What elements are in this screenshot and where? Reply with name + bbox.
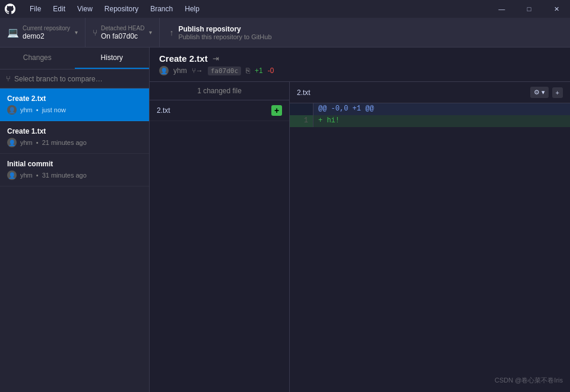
- publish-subtitle: Publish this repository to GitHub: [178, 33, 271, 40]
- commit-author-2: yhm: [20, 172, 33, 179]
- repo-chevron-icon: ▾: [75, 29, 78, 36]
- main-layout: Changes History ⑂ Select branch to compa…: [0, 48, 570, 392]
- commit-title-2: Initial commit: [7, 160, 142, 168]
- menu-edit[interactable]: Edit: [48, 4, 70, 14]
- github-logo-icon: [5, 4, 15, 14]
- close-button[interactable]: ✕: [543, 0, 570, 18]
- branch-icon: ⑂: [93, 28, 97, 37]
- commit-detail-author: yhm: [173, 67, 187, 75]
- diff-content: @@ -0,0 +1 @@ 1 + hi!: [290, 103, 570, 392]
- branch-compare-select[interactable]: ⑂ Select branch to compare…: [0, 69, 149, 88]
- titlebar: File Edit View Repository Branch Help — …: [0, 0, 570, 18]
- menu-file[interactable]: File: [25, 4, 46, 14]
- commit-item-2[interactable]: Initial commit 👤 yhm • 31 minutes ago: [0, 154, 149, 186]
- maximize-button[interactable]: □: [515, 0, 543, 18]
- diff-panel-header: 2.txt ⚙ ▾ +: [290, 82, 570, 103]
- commit-item-1[interactable]: Create 1.txt 👤 yhm • 21 minutes ago: [0, 121, 149, 154]
- diff-line-content-hunk: @@ -0,0 +1 @@: [314, 103, 570, 115]
- avatar-2: 👤: [7, 170, 17, 180]
- settings-chevron-icon: ▾: [542, 88, 545, 96]
- publish-button[interactable]: ↑ Publish repository Publish this reposi…: [160, 18, 281, 47]
- repo-icon: 💻: [7, 27, 19, 38]
- diff-panel: 2.txt ⚙ ▾ + @@ -0,0 +1 @@: [290, 82, 570, 392]
- minimize-button[interactable]: —: [488, 0, 515, 18]
- watermark: CSDN @卷心菜不卷Iris: [495, 376, 563, 385]
- branch-info: Detached HEAD On fa07d0c: [101, 25, 144, 40]
- commit-header-info: Create 2.txt ⇥ 👤 yhm ⑂→ fa07d0c ⎘ +1 -0: [159, 53, 560, 75]
- commit-header: Create 2.txt ⇥ 👤 yhm ⑂→ fa07d0c ⎘ +1 -0: [150, 48, 570, 82]
- repo-name: demo2: [23, 32, 70, 40]
- diff-filename: 2.txt: [297, 88, 311, 97]
- commit-header-meta: 👤 yhm ⑂→ fa07d0c ⎘ +1 -0: [159, 66, 560, 75]
- commit-time-1: 21 minutes ago: [42, 139, 87, 146]
- commit-author-0: yhm: [20, 106, 33, 113]
- menu-help[interactable]: Help: [180, 4, 204, 14]
- copy-hash-icon[interactable]: ⎘: [246, 67, 250, 75]
- sidebar: Changes History ⑂ Select branch to compa…: [0, 48, 150, 392]
- avatar-0: 👤: [7, 105, 17, 115]
- commit-avatar: 👤: [159, 66, 169, 75]
- avatar-1: 👤: [7, 138, 17, 147]
- diff-line-hunk: @@ -0,0 +1 @@: [290, 103, 570, 115]
- commit-meta-2: 👤 yhm • 31 minutes ago: [7, 170, 142, 180]
- commit-title-0: Create 2.txt: [7, 94, 142, 103]
- commit-list: Create 2.txt 👤 yhm • just now Create 1.t…: [0, 88, 149, 392]
- branch-arrow-icon: ⑂→: [192, 67, 203, 75]
- diff-panel-actions: ⚙ ▾ +: [530, 87, 563, 98]
- settings-icon: ⚙: [534, 88, 540, 96]
- repo-label: Current repository: [23, 25, 70, 32]
- commit-meta-1: 👤 yhm • 21 minutes ago: [7, 138, 142, 147]
- commit-separator-0: •: [36, 106, 39, 113]
- commit-separator-2: •: [36, 172, 39, 179]
- diff-add-icon: +: [556, 89, 559, 96]
- filter-icon: ⑂: [6, 74, 11, 83]
- commit-detail-title: Create 2.txt: [159, 53, 208, 64]
- branch-label: Detached HEAD: [101, 25, 144, 32]
- publish-info: Publish repository Publish this reposito…: [178, 25, 271, 40]
- diff-add-badge: +1: [255, 67, 263, 75]
- repo-selector[interactable]: 💻 Current repository demo2 ▾: [0, 18, 86, 47]
- commit-time-0: just now: [42, 106, 66, 113]
- branch-compare-label: Select branch to compare…: [14, 75, 103, 83]
- toolbar: 💻 Current repository demo2 ▾ ⑂ Detached …: [0, 18, 570, 48]
- sidebar-tabs: Changes History: [0, 48, 149, 69]
- branch-value: On fa07d0c: [101, 32, 144, 40]
- commit-author-1: yhm: [20, 139, 33, 146]
- commit-time-2: 31 minutes ago: [42, 172, 87, 179]
- commit-hash: fa07d0c: [208, 67, 241, 75]
- diff-line-content-1: + hi!: [314, 115, 570, 127]
- menu-branch[interactable]: Branch: [145, 4, 178, 14]
- titlebar-menu: File Edit View Repository Branch Help: [25, 4, 204, 14]
- files-panel: 1 changed file 2.txt + 2.txt ⚙ ▾: [150, 82, 570, 392]
- menu-view[interactable]: View: [72, 4, 97, 14]
- file-added-icon: +: [271, 105, 282, 116]
- diff-line-added-0: 1 + hi!: [290, 115, 570, 127]
- publish-title: Publish repository: [178, 25, 271, 33]
- commit-title-1: Create 1.txt: [7, 127, 142, 135]
- diff-settings-button[interactable]: ⚙ ▾: [530, 87, 549, 98]
- menu-repository[interactable]: Repository: [100, 4, 143, 14]
- content-area: Create 2.txt ⇥ 👤 yhm ⑂→ fa07d0c ⎘ +1 -0 …: [150, 48, 570, 392]
- diff-line-num-1: 1: [290, 115, 314, 127]
- commit-item-0[interactable]: Create 2.txt 👤 yhm • just now: [0, 88, 149, 121]
- files-list: 1 changed file 2.txt +: [150, 82, 290, 392]
- commit-meta-0: 👤 yhm • just now: [7, 105, 142, 115]
- branch-chevron-icon: ▾: [149, 29, 152, 36]
- tab-history[interactable]: History: [75, 48, 150, 69]
- commit-separator-1: •: [36, 139, 39, 146]
- repo-info: Current repository demo2: [23, 25, 70, 40]
- changed-files-header: 1 changed file: [150, 82, 289, 100]
- diff-add-button[interactable]: +: [552, 87, 563, 98]
- publish-icon: ↑: [169, 28, 173, 37]
- tab-changes[interactable]: Changes: [0, 48, 75, 69]
- titlebar-left: File Edit View Repository Branch Help: [5, 4, 204, 14]
- file-name-0: 2.txt: [157, 106, 170, 115]
- diff-line-num-hunk: [290, 103, 314, 115]
- file-item-0[interactable]: 2.txt +: [150, 100, 289, 121]
- open-in-browser-icon[interactable]: ⇥: [213, 54, 219, 63]
- titlebar-controls: — □ ✕: [488, 0, 570, 18]
- diff-remove-badge: -0: [268, 67, 274, 75]
- branch-selector[interactable]: ⑂ Detached HEAD On fa07d0c ▾: [86, 18, 160, 47]
